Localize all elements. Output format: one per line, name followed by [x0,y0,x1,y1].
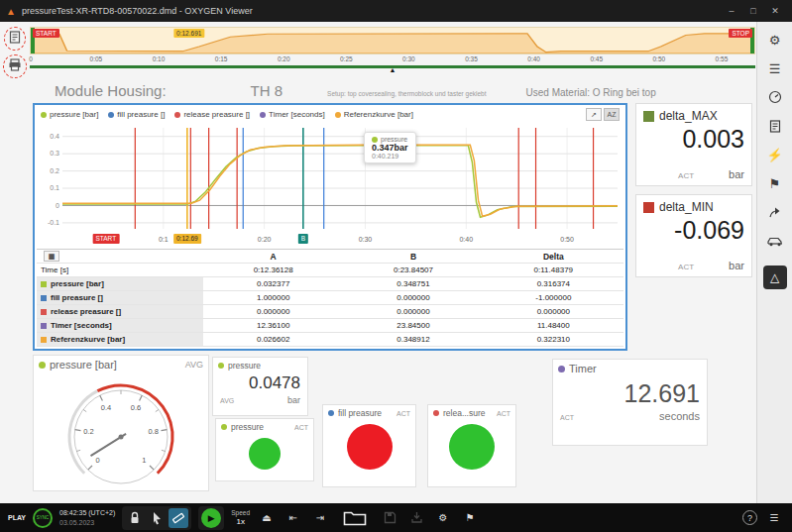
channel-color-square [41,323,47,329]
overview-time-label: 0 [29,55,33,62]
col-header-delta: Delta [484,252,623,262]
delta-min-widget[interactable]: delta_MIN -0.069 ACT bar [635,194,752,277]
cell-a: 0.000000 [203,307,343,316]
chart-legend: pressure [bar] fill preasure [] release … [37,107,623,122]
report-icon[interactable] [9,30,21,48]
cell-b: 0.000000 [343,293,483,302]
cell-delta: 0.000000 [484,307,623,316]
main-chart: 0.40.30.20.10-0.1 [37,122,623,233]
skip-to-start-icon[interactable]: ⇤ [283,508,303,528]
speed-label: Speed [231,509,250,517]
channel-color-square [41,281,47,287]
overview-time-label: 0:40 [527,55,540,62]
start-marker-badge: START [92,234,119,244]
overview-waveform[interactable]: START STOP 0:12.691 [30,27,755,54]
overview-time-label: 0:35 [465,55,478,62]
close-button[interactable]: ✕ [764,6,786,16]
analog-gauge-widget[interactable]: pressure [bar] AVG 00.20.40.60.81 [33,355,209,491]
mode-label: ACT [497,410,510,417]
app-logo-icon: ▲ [6,6,16,17]
channel-color-dot [433,410,439,416]
sync-badge[interactable]: SYNC [33,508,53,528]
overview-time-label: 0:15 [215,55,228,62]
series-color-dot [260,112,266,118]
series-color-dot [335,112,341,118]
stop-badge: STOP [729,29,752,38]
settings-gear-icon[interactable]: ⚙ [763,30,787,50]
mode-label: AVG [220,397,234,404]
cursor-b-badge[interactable]: B [298,234,308,244]
vehicle-can-icon[interactable] [763,231,787,251]
x-tick-label: 0:50 [560,236,574,243]
channel-list-icon[interactable]: ☰ [763,58,787,78]
svg-text:0.4: 0.4 [50,133,59,140]
cursor-pointer-icon[interactable] [147,508,167,528]
play-button[interactable]: ▶ [201,508,221,528]
cell-a: 0.032377 [203,279,343,288]
export-share-icon[interactable] [763,202,787,222]
indicator-widget[interactable]: pressure ACT [215,418,314,481]
col-header-a: A [203,252,343,262]
time-marker-badge[interactable]: 0:12.691 [173,29,204,38]
indicator-widget[interactable]: relea...sure ACT [427,404,516,487]
maximize-button[interactable]: □ [742,6,764,16]
minimize-button[interactable]: – [721,6,742,16]
recorder-widget[interactable]: pressure [bar] fill preasure [] release … [33,103,627,351]
marker-flag-icon[interactable]: ⚑ [763,173,787,193]
tooltip-time: 0:40.219 [372,153,408,160]
cell-b: 0:23.84507 [343,266,483,274]
start-badge: START [33,29,59,38]
tooltip-value: 0.347bar [372,143,408,153]
autoscale-icon[interactable]: AZ [604,108,620,121]
transport-bar: PLAY SYNC 08:42:35 (UTC+2) 03.05.2023 ▶ … [0,503,792,532]
eject-icon[interactable]: ⏏ [257,508,277,528]
svg-text:0: 0 [56,202,59,209]
power-lightning-icon[interactable]: ⚡ [763,145,787,164]
channel-color-square [41,309,47,315]
overview-time-label: 0:30 [402,55,415,62]
queue-list-icon[interactable]: ☰ [764,508,784,528]
splitter-handle-icon[interactable]: ▲ [390,66,396,73]
svg-text:0.3: 0.3 [50,150,59,157]
unit-label: bar [287,395,300,405]
overview-time-label: 0:20 [278,55,290,62]
report-icon[interactable] [763,116,787,136]
flag-marker-icon[interactable]: ⚑ [460,508,480,528]
legend-item[interactable]: Referenzkurve [bar] [335,110,413,119]
open-file-folder-icon[interactable] [337,506,373,530]
legend-item[interactable]: Timer [seconds] [260,110,325,119]
lock-icon[interactable] [125,508,145,528]
svg-text:0.4: 0.4 [101,403,111,412]
indicator-widget[interactable]: fill preasure ACT [322,404,416,487]
delta-max-widget[interactable]: delta_MAX 0.003 ACT bar [635,103,752,186]
left-toolbar [0,27,30,78]
skip-to-end-icon[interactable]: ⇥ [310,508,330,528]
legend-item[interactable]: release preasure [] [174,110,250,119]
legend-label: pressure [bar] [50,110,98,119]
row-label: Referenzkurve [bar] [51,335,125,344]
pane-splitter[interactable]: ▲ [30,65,755,68]
table-grid-icon[interactable]: ▦ [44,251,59,262]
speed-control[interactable]: Speed 1x [231,509,250,526]
pan-zoom-mode-icon[interactable]: ↗ [586,108,602,121]
cell-b: 23.84500 [343,321,483,330]
legend-item[interactable]: pressure [bar] [41,110,98,119]
help-icon[interactable]: ? [742,510,757,525]
legend-item[interactable]: fill preasure [] [108,110,165,119]
measure-ruler-icon[interactable] [169,508,188,528]
mode-label: AVG [185,360,203,370]
play-mode-label: PLAY [8,514,26,521]
digital-meter-widget[interactable]: pressure 0.0478 AVG bar [212,357,308,416]
digital-meter-widget[interactable]: Timer 12.691 ACT seconds [552,359,708,446]
instruments-dial-icon[interactable] [763,87,787,107]
cursor-a-badge[interactable]: 0:12.69 [173,234,201,244]
alerts-triangle-button[interactable]: △ [763,266,787,289]
timeline-overview[interactable]: START STOP 0:12.691 00:050:100:150:200:2… [30,27,755,78]
row-label: fill preasure [] [51,293,103,302]
settings-gear-icon[interactable]: ⚙ [433,508,453,528]
current-time: 08:42:35 (UTC+2) [59,508,115,517]
chart-plot-area[interactable]: 0.40.30.20.10-0.1 pressure 0.347bar 0:40… [37,122,623,233]
row-label: release preasure [] [51,307,121,316]
print-icon[interactable] [8,57,22,75]
channel-color-dot [218,363,224,369]
